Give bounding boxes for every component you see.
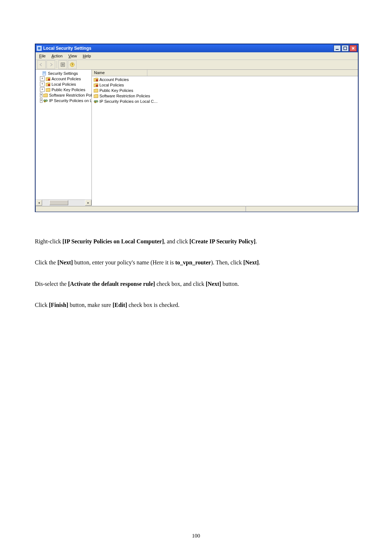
toolbar: ? [36,60,358,70]
menu-view[interactable]: View [66,53,79,59]
svg-text:?: ? [71,63,73,66]
forward-button[interactable] [46,60,55,69]
back-button[interactable] [37,60,46,69]
list-item-software-restriction[interactable]: Software Restriction Policies [92,93,358,98]
window-title: Local Security Settings [43,46,334,51]
expand-icon[interactable]: + [40,98,42,103]
list-item-public-key-policies[interactable]: Public Key Policies [92,88,358,93]
folder-lock-icon [45,82,50,86]
status-cell-1 [36,206,246,212]
svg-rect-8 [43,73,45,73]
page-number: 100 [0,533,392,539]
scroll-track[interactable] [42,200,85,206]
tree-item-label: Account Policies [52,77,81,81]
svg-rect-14 [96,80,98,81]
tree-pane: + Security Settings + Account Policie [36,70,92,206]
status-cell-2 [246,206,358,212]
list-item-local-policies[interactable]: Local Policies [92,82,358,88]
ip-policy-icon [93,99,98,104]
tree-item-account-policies[interactable]: + Account Policies [40,76,91,81]
tree-item-ip-security-policies[interactable]: + IP Security Policies on Loca [40,98,91,103]
tree-item-label: Public Key Policies [52,88,85,92]
svg-rect-9 [48,79,50,80]
close-button[interactable] [350,45,357,52]
menu-action[interactable]: Action [49,53,65,59]
tree-item-label: Local Policies [52,82,76,86]
svg-point-17 [96,100,98,102]
list-item-ip-security-policies[interactable]: IP Security Policies on Local C… [92,98,358,104]
tree-item-software-restriction[interactable]: + Software Restriction Policie [40,92,91,98]
statusbar [36,206,358,212]
folder-icon [43,93,48,97]
list-item-account-policies[interactable]: Account Policies [92,77,358,82]
security-settings-icon [42,71,47,76]
tree-item-label: Software Restriction Policie [49,93,92,97]
app-icon [37,46,42,51]
toolbar-separator [57,61,57,68]
svg-rect-7 [43,72,45,73]
expand-icon[interactable]: + [40,76,45,81]
export-list-button[interactable] [58,60,67,69]
maximize-button[interactable] [342,45,349,52]
folder-lock-icon [45,76,50,81]
minimize-button[interactable] [334,45,341,52]
scroll-thumb[interactable] [49,200,68,205]
instruction-text: Right-click [IP Security Policies on Loc… [35,236,289,321]
expand-icon[interactable]: + [40,82,45,86]
titlebar[interactable]: Local Security Settings [36,44,358,52]
instruction-paragraph-3: Dis-select the [Activate the default res… [35,279,289,289]
ip-policy-icon [43,98,48,103]
list-item-label: Public Key Policies [99,88,133,93]
list-header[interactable]: Name [92,70,358,76]
instruction-paragraph-2: Click the [Next] button, enter your poli… [35,257,289,268]
menu-file[interactable]: File [37,53,48,59]
list-item-label: Local Policies [99,83,124,87]
svg-rect-18 [95,102,96,103]
list-item-label: Software Restriction Policies [99,94,150,98]
folder-icon [45,87,50,92]
local-security-settings-window: Local Security Settings File Action View… [35,44,359,212]
tree-item-local-policies[interactable]: + Local Policies [40,81,91,87]
tree-root-label: Security Settings [48,71,78,76]
svg-rect-0 [38,47,41,50]
list-item-label: IP Security Policies on Local C… [99,99,158,104]
folder-lock-icon [93,77,98,82]
tree-root-security-settings[interactable]: + Security Settings [36,70,91,76]
expand-icon[interactable]: + [40,87,45,92]
folder-lock-icon [93,82,98,87]
svg-rect-10 [48,84,50,86]
svg-rect-13 [44,101,45,102]
list-pane: Name Account Policies Local Policies [92,70,358,206]
instruction-paragraph-4: Click [Finish] button, make sure [Edit] … [35,300,289,311]
folder-icon [93,88,98,93]
tree-item-label: IP Security Policies on Loca [49,98,92,103]
svg-rect-1 [336,49,339,50]
svg-point-12 [45,100,48,101]
menubar: File Action View Help [36,52,358,60]
tree-horizontal-scrollbar[interactable]: ◂ ▸ [36,199,91,206]
scroll-right-button[interactable]: ▸ [85,200,91,206]
svg-rect-15 [96,85,98,86]
help-button[interactable]: ? [68,60,77,69]
column-name[interactable]: Name [92,70,147,76]
svg-rect-2 [344,47,347,50]
expand-icon[interactable]: + [40,93,42,97]
folder-icon [93,93,98,98]
tree-item-public-key-policies[interactable]: + Public Key Policies [40,87,91,92]
scroll-left-button[interactable]: ◂ [36,200,42,206]
list-item-label: Account Policies [99,77,129,82]
menu-help[interactable]: Help [81,53,93,59]
instruction-paragraph-1: Right-click [IP Security Policies on Loc… [35,236,289,247]
